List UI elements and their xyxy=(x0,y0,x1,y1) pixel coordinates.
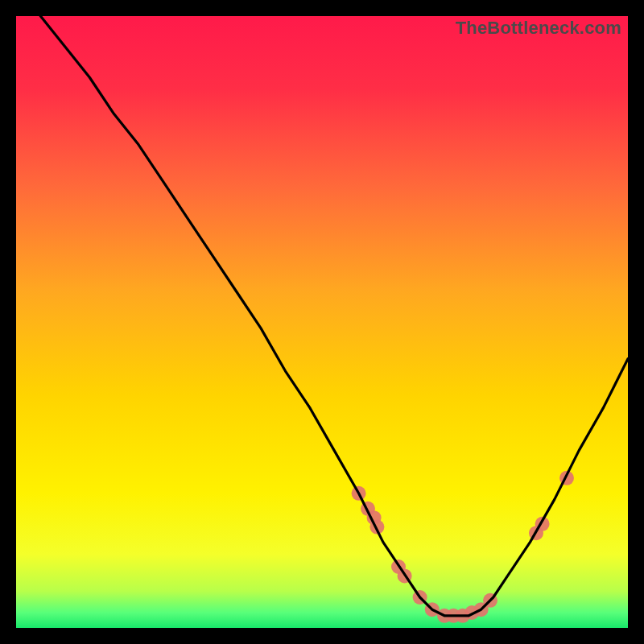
chart-frame: TheBottleneck.com xyxy=(16,16,628,628)
chart-svg xyxy=(16,16,628,628)
watermark-text: TheBottleneck.com xyxy=(456,18,621,39)
